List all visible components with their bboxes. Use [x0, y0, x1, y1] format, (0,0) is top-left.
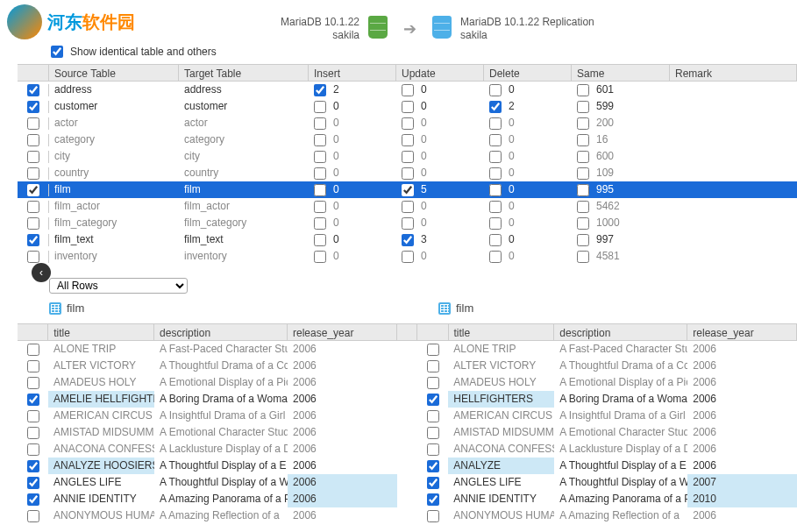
col-update[interactable]: Update [396, 65, 484, 81]
row-checkbox[interactable] [427, 394, 439, 406]
insert-checkbox[interactable] [314, 167, 326, 180]
col-release-year[interactable]: release_year [687, 324, 797, 340]
data-row[interactable]: ALTER VICTORYA Thoughtful Drama of a Cc2… [18, 358, 797, 374]
table-row[interactable]: citycity000600 [18, 148, 797, 165]
delete-checkbox[interactable] [489, 201, 502, 213]
col-description[interactable]: description [154, 324, 288, 340]
col-target[interactable]: Target Table [179, 65, 309, 81]
insert-checkbox[interactable] [314, 84, 326, 96]
table-row[interactable]: film_actorfilm_actor0005462 [18, 198, 797, 215]
update-checkbox[interactable] [402, 117, 414, 130]
update-checkbox[interactable] [402, 167, 414, 180]
data-row[interactable]: AMISTAD MIDSUMMERA Emotional Character S… [18, 424, 797, 441]
same-checkbox[interactable] [577, 184, 589, 196]
row-checkbox[interactable] [27, 151, 39, 163]
data-row[interactable]: ALONE TRIPA Fast-Paced Character Stuc200… [18, 341, 797, 358]
rows-filter-select[interactable]: All Rows [49, 278, 188, 294]
row-checkbox[interactable] [427, 510, 439, 522]
delete-checkbox[interactable] [489, 184, 502, 196]
col-remark[interactable]: Remark [670, 65, 797, 81]
delete-checkbox[interactable] [489, 84, 502, 96]
row-checkbox[interactable] [427, 360, 439, 372]
row-checkbox[interactable] [27, 443, 39, 456]
table-row[interactable]: customercustomer002599 [18, 98, 797, 115]
table-row[interactable]: categorycategory00016 [18, 131, 797, 148]
table-row[interactable]: inventoryinventory0004581 [18, 248, 797, 265]
insert-checkbox[interactable] [314, 217, 326, 230]
col-delete[interactable]: Delete [484, 65, 572, 81]
row-checkbox[interactable] [27, 184, 39, 196]
same-checkbox[interactable] [577, 134, 589, 146]
table-row[interactable]: filmfilm050995 [18, 181, 797, 198]
col-title[interactable]: title [449, 324, 555, 340]
delete-checkbox[interactable] [489, 217, 502, 230]
row-checkbox[interactable] [27, 201, 39, 213]
update-checkbox[interactable] [402, 151, 414, 163]
collapse-button[interactable]: ‹ [32, 263, 51, 282]
row-checkbox[interactable] [27, 84, 39, 96]
insert-checkbox[interactable] [314, 134, 326, 146]
data-row[interactable]: AMELIE HELLFIGHTERSA Boring Drama of a W… [18, 391, 797, 408]
update-checkbox[interactable] [402, 251, 414, 263]
row-checkbox[interactable] [427, 344, 439, 356]
same-checkbox[interactable] [577, 84, 589, 96]
insert-checkbox[interactable] [314, 151, 326, 163]
row-checkbox[interactable] [27, 251, 39, 263]
row-checkbox[interactable] [427, 493, 439, 506]
row-checkbox[interactable] [427, 410, 439, 422]
update-checkbox[interactable] [402, 101, 414, 113]
insert-checkbox[interactable] [314, 117, 326, 130]
update-checkbox[interactable] [402, 201, 414, 213]
row-checkbox[interactable] [27, 117, 39, 130]
same-checkbox[interactable] [577, 167, 589, 180]
update-checkbox[interactable] [402, 134, 414, 146]
delete-checkbox[interactable] [489, 117, 502, 130]
col-description[interactable]: description [554, 324, 687, 340]
insert-checkbox[interactable] [314, 234, 326, 246]
col-source[interactable]: Source Table [49, 65, 179, 81]
same-checkbox[interactable] [577, 217, 589, 230]
row-checkbox[interactable] [27, 477, 39, 489]
update-checkbox[interactable] [402, 217, 414, 230]
row-checkbox[interactable] [27, 394, 39, 406]
table-row[interactable]: addressaddress200601 [18, 82, 797, 98]
insert-checkbox[interactable] [314, 101, 326, 113]
data-row[interactable]: ANACONA CONFESSIOA Lacklusture Display o… [18, 441, 797, 458]
data-row[interactable]: ANONYMOUS HUMANA Amazing Reflection of a… [18, 507, 797, 524]
delete-checkbox[interactable] [489, 167, 502, 180]
insert-checkbox[interactable] [314, 201, 326, 213]
row-checkbox[interactable] [27, 377, 39, 389]
insert-checkbox[interactable] [314, 251, 326, 263]
col-insert[interactable]: Insert [309, 65, 396, 81]
show-identical-toggle[interactable]: Show identical table and others [51, 46, 217, 58]
table-row[interactable]: countrycountry000109 [18, 165, 797, 181]
same-checkbox[interactable] [577, 234, 589, 246]
row-checkbox[interactable] [427, 427, 439, 439]
row-checkbox[interactable] [427, 477, 439, 489]
row-checkbox[interactable] [27, 101, 39, 113]
row-checkbox[interactable] [27, 460, 39, 472]
data-row[interactable]: ANALYZE HOOSIERSA Thoughtful Display of … [18, 458, 797, 474]
update-checkbox[interactable] [402, 184, 414, 196]
delete-checkbox[interactable] [489, 234, 502, 246]
table-row[interactable]: film_textfilm_text030997 [18, 231, 797, 248]
update-checkbox[interactable] [402, 84, 414, 96]
show-identical-checkbox[interactable] [51, 46, 63, 58]
table-row[interactable]: film_categoryfilm_category0001000 [18, 215, 797, 231]
row-checkbox[interactable] [27, 427, 39, 439]
same-checkbox[interactable] [577, 201, 589, 213]
row-checkbox[interactable] [427, 443, 439, 456]
row-checkbox[interactable] [27, 410, 39, 422]
row-checkbox[interactable] [27, 493, 39, 506]
row-checkbox[interactable] [27, 360, 39, 372]
row-checkbox[interactable] [27, 217, 39, 230]
row-checkbox[interactable] [27, 510, 39, 522]
col-release-year[interactable]: release_year [288, 324, 397, 340]
insert-checkbox[interactable] [314, 184, 326, 196]
delete-checkbox[interactable] [489, 134, 502, 146]
row-checkbox[interactable] [427, 460, 439, 472]
row-checkbox[interactable] [27, 234, 39, 246]
same-checkbox[interactable] [577, 101, 589, 113]
col-same[interactable]: Same [572, 65, 670, 81]
data-row[interactable]: AMERICAN CIRCUSA Insightful Drama of a G… [18, 408, 797, 424]
